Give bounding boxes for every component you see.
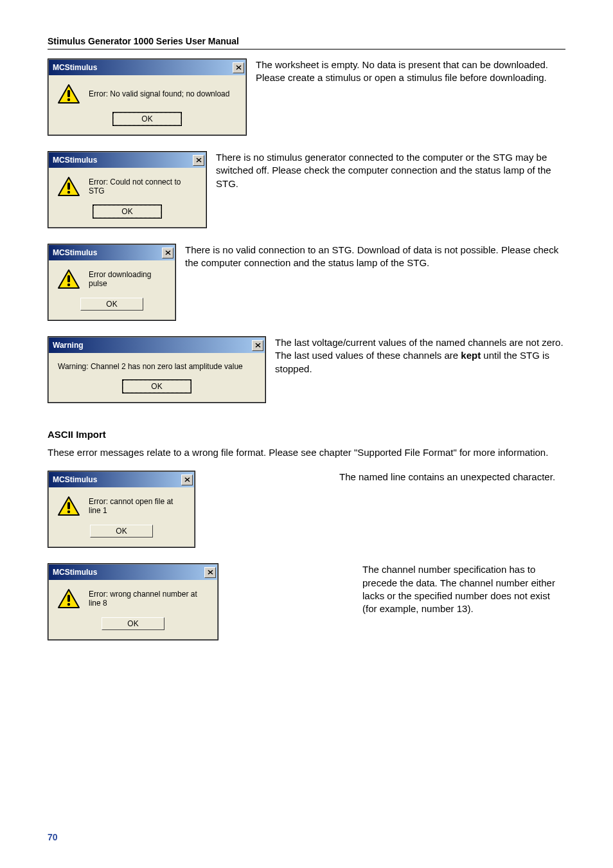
warning-icon <box>58 177 80 196</box>
svg-point-2 <box>67 98 70 101</box>
ascii-import-heading: ASCII Import <box>48 429 565 440</box>
dialog-description: There is no valid connection to an STG. … <box>185 244 565 270</box>
dialog-footer: OK <box>49 615 217 639</box>
page-header: Stimulus Generator 1000 Series User Manu… <box>48 36 565 50</box>
dialog-description: The named line contains an unexpected ch… <box>204 471 565 484</box>
dialog-title: MCStimulus <box>53 475 97 484</box>
close-icon[interactable] <box>181 475 193 485</box>
svg-rect-13 <box>67 595 70 602</box>
ascii-import-intro: These error messages relate to a wrong f… <box>48 446 565 459</box>
close-icon[interactable] <box>204 567 216 578</box>
dialog-title: MCStimulus <box>53 248 97 257</box>
dialog-footer: OK <box>49 295 175 320</box>
svg-point-5 <box>67 191 70 194</box>
ascii-error-dialog: MCStimulusError: cannot open file at lin… <box>48 471 195 547</box>
close-icon[interactable] <box>233 62 244 73</box>
ok-button[interactable]: OK <box>80 298 143 311</box>
dialog-footer: OK <box>49 377 265 402</box>
dialog-titlebar: MCStimulus <box>49 472 194 487</box>
dialog-body: Error: cannot open file at line 1 <box>49 487 194 522</box>
ok-button[interactable]: OK <box>90 525 153 538</box>
page-number: 70 <box>48 832 58 842</box>
close-icon[interactable] <box>252 340 263 351</box>
warning-icon <box>58 269 80 289</box>
dialog-body: Error: wrong channel number at line 8 <box>49 580 217 615</box>
svg-point-14 <box>67 603 70 606</box>
close-icon[interactable] <box>162 248 173 258</box>
ok-button[interactable]: OK <box>123 380 191 393</box>
dialog-description: The channel number specification has to … <box>227 563 565 615</box>
dialog-body: Error: No valid signal found; no downloa… <box>49 75 245 110</box>
dialog-footer: OK <box>49 110 245 134</box>
error-dialog: MCStimulusError: Could not connect to ST… <box>48 152 206 228</box>
ok-button[interactable]: OK <box>102 617 164 630</box>
dialog-message: Error downloading pulse <box>89 270 163 288</box>
svg-rect-1 <box>67 90 70 97</box>
svg-rect-4 <box>67 183 70 190</box>
error-dialog: MCStimulusError: No valid signal found; … <box>48 59 246 135</box>
dialog-message: Error: No valid signal found; no downloa… <box>89 89 229 98</box>
dialog-description: The last voltage/current values of the n… <box>275 336 565 375</box>
ascii-error-dialog: MCStimulusError: wrong channel number at… <box>48 564 218 640</box>
ok-button[interactable]: OK <box>113 113 181 125</box>
dialog-message: Error: Could not connect to STG <box>89 177 194 195</box>
error-dialog: MCStimulusError downloading pulseOK <box>48 244 175 320</box>
dialog-titlebar: Warning <box>49 338 265 353</box>
dialog-titlebar: MCStimulus <box>49 152 206 168</box>
dialog-message: Error: wrong channel number at line 8 <box>89 590 206 608</box>
svg-rect-10 <box>67 502 70 509</box>
warning-icon <box>58 84 80 104</box>
dialog-title: Warning <box>53 341 84 350</box>
error-dialog: WarningWarning: Channel 2 has non zero l… <box>48 337 265 402</box>
dialog-titlebar: MCStimulus <box>49 60 245 75</box>
svg-point-11 <box>67 511 70 513</box>
dialog-message: Warning: Channel 2 has non zero last amp… <box>58 362 243 371</box>
dialog-description: The worksheet is empty. No data is prese… <box>256 59 565 85</box>
dialog-description: There is no stimulus generator connected… <box>216 151 565 190</box>
svg-rect-7 <box>67 275 70 282</box>
dialog-footer: OK <box>49 522 194 547</box>
dialog-title: MCStimulus <box>53 63 97 72</box>
close-icon[interactable] <box>193 155 204 166</box>
dialog-body: Warning: Channel 2 has non zero last amp… <box>49 353 265 377</box>
dialog-body: Error: Could not connect to STG <box>49 168 206 203</box>
dialog-titlebar: MCStimulus <box>49 565 217 580</box>
dialog-message: Error: cannot open file at line 1 <box>89 497 182 515</box>
dialog-body: Error downloading pulse <box>49 260 175 295</box>
ok-button[interactable]: OK <box>93 205 161 218</box>
warning-icon <box>58 496 80 516</box>
dialog-title: MCStimulus <box>53 568 97 577</box>
svg-point-8 <box>67 284 70 286</box>
dialog-titlebar: MCStimulus <box>49 245 175 260</box>
warning-icon <box>58 589 80 608</box>
dialog-footer: OK <box>49 203 206 227</box>
dialog-title: MCStimulus <box>53 156 97 165</box>
